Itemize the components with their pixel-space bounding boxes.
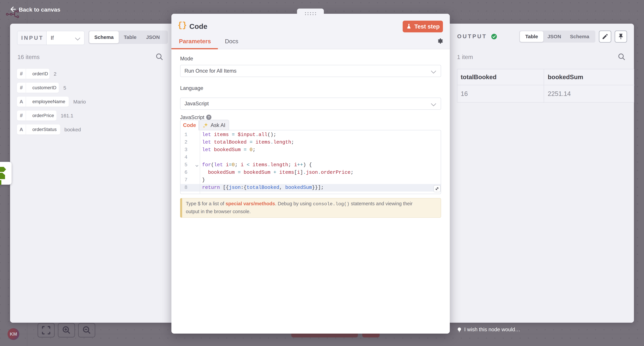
svg-text:?: ? bbox=[208, 116, 210, 119]
